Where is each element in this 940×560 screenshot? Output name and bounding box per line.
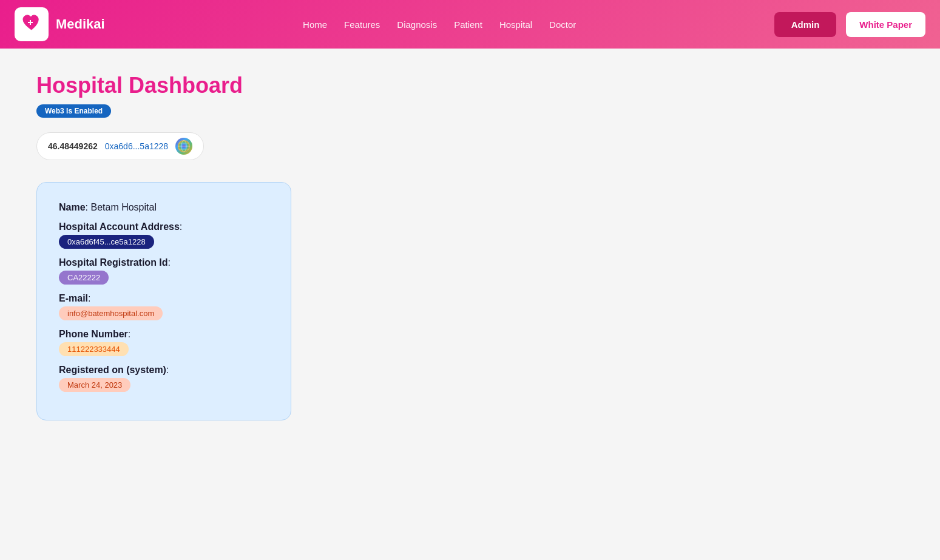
hospital-card: Name: Betam Hospital Hospital Account Ad… [36, 182, 291, 420]
nav-patient[interactable]: Patient [454, 19, 482, 30]
account-address-label: Hospital Account Address [59, 221, 180, 232]
name-row: Name: Betam Hospital [59, 202, 269, 213]
brand-name: Medikai [56, 16, 105, 32]
nav-actions: Admin White Paper [774, 12, 925, 37]
registered-value: March 24, 2023 [59, 378, 130, 392]
phone-row: Phone Number: 111222333444 [59, 329, 269, 356]
nav-doctor[interactable]: Doctor [549, 19, 576, 30]
navbar: Medikai Home Features Diagnosis Patient … [0, 0, 940, 49]
nav-links: Home Features Diagnosis Patient Hospital… [124, 19, 755, 30]
registration-id-value: CA22222 [59, 271, 109, 285]
email-row: E-mail: info@batemhospital.com [59, 293, 269, 320]
wallet-address: 0xa6d6...5a1228 [105, 141, 168, 151]
page-title: Hospital Dashboard [36, 73, 904, 98]
web3-badge: Web3 Is Enabled [36, 104, 111, 118]
admin-button[interactable]: Admin [774, 12, 837, 37]
logo-box [15, 7, 49, 41]
name-value: Betam Hospital [90, 202, 157, 212]
account-address-row: Hospital Account Address: 0xa6d6f45...ce… [59, 221, 269, 249]
name-label: Name [59, 202, 86, 212]
wallet-row: 46.48449262 0xa6d6...5a1228 [36, 132, 204, 160]
nav-home[interactable]: Home [303, 19, 327, 30]
email-label: E-mail [59, 293, 88, 303]
registration-id-row: Hospital Registration Id: CA22222 [59, 257, 269, 285]
email-value: info@batemhospital.com [59, 306, 163, 320]
wallet-balance: 46.48449262 [48, 141, 98, 151]
registered-row: Registered on (system): March 24, 2023 [59, 365, 269, 392]
heart-icon [22, 14, 41, 35]
registered-label: Registered on (system) [59, 365, 166, 375]
registration-id-label: Hospital Registration Id [59, 257, 168, 268]
brand-logo[interactable]: Medikai [15, 7, 105, 41]
nav-features[interactable]: Features [344, 19, 380, 30]
nav-hospital[interactable]: Hospital [499, 19, 532, 30]
page-content: Hospital Dashboard Web3 Is Enabled 46.48… [0, 49, 940, 445]
whitepaper-button[interactable]: White Paper [846, 12, 925, 37]
phone-value: 111222333444 [59, 342, 129, 356]
wallet-avatar [175, 138, 192, 155]
nav-diagnosis[interactable]: Diagnosis [397, 19, 437, 30]
account-address-value: 0xa6d6f45...ce5a1228 [59, 235, 154, 249]
phone-label: Phone Number [59, 329, 128, 339]
